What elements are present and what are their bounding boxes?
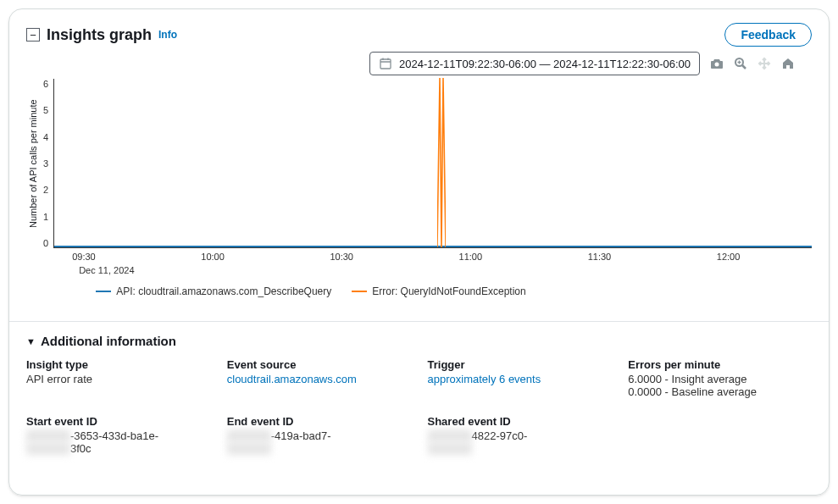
y-axis: 6 5 4 3 2 1 0 <box>43 79 53 248</box>
redacted-text: xxxxxxxx <box>26 429 70 442</box>
additional-info-title: Additional information <box>41 334 176 348</box>
legend-swatch-error <box>352 291 367 292</box>
chart-toolbar: 2024-12-11T09:22:30-06:00 — 2024-12-11T1… <box>26 52 812 75</box>
panel-header: − Insights graph Info Feedback <box>26 23 812 47</box>
time-range-text: 2024-12-11T09:22:30-06:00 — 2024-12-11T1… <box>399 58 691 70</box>
event-source-link[interactable]: cloudtrail.amazonaws.com <box>227 373 411 385</box>
calendar-icon <box>379 57 392 70</box>
svg-line-6 <box>742 65 746 69</box>
svg-point-4 <box>715 63 719 67</box>
field-end-event-id: End event ID xxxxxxxx-419a-bad7- xxxxxxx… <box>227 415 411 455</box>
field-insight-type: Insight type API error rate <box>26 358 210 398</box>
divider <box>9 321 829 322</box>
info-link[interactable]: Info <box>158 29 177 41</box>
svg-rect-0 <box>380 59 391 69</box>
x-axis: 09:30 10:00 10:30 11:00 11:30 12:00 <box>53 252 812 265</box>
additional-info-grid: Insight type API error rate Event source… <box>26 358 812 455</box>
field-event-source: Event source cloudtrail.amazonaws.com <box>227 358 411 398</box>
trigger-link[interactable]: approximately 6 events <box>428 373 612 385</box>
chart-legend: API: cloudtrail.amazonaws.com_DescribeQu… <box>53 285 812 297</box>
field-empty <box>628 415 812 455</box>
redacted-text: xxxxxxxx <box>428 429 472 442</box>
legend-item-api[interactable]: API: cloudtrail.amazonaws.com_DescribeQu… <box>96 285 331 297</box>
y-axis-label: Number of API calls per minute <box>26 79 40 248</box>
panel-title: Insights graph <box>47 26 152 44</box>
collapse-icon[interactable]: − <box>26 28 40 42</box>
home-icon[interactable] <box>781 57 795 70</box>
caret-down-icon: ▼ <box>26 336 36 346</box>
chart: Number of API calls per minute 6 5 4 3 2… <box>26 79 812 307</box>
redacted-text: xxxxxxxx <box>227 442 271 455</box>
redacted-text: xxxxxxxx <box>26 442 70 455</box>
x-axis-date: Dec 11, 2024 <box>79 265 812 275</box>
field-shared-event-id: Shared event ID xxxxxxxx4822-97c0- xxxxx… <box>428 415 612 455</box>
legend-swatch-api <box>96 291 111 292</box>
field-trigger: Trigger approximately 6 events <box>428 358 612 398</box>
series-error-spike <box>437 78 446 247</box>
field-errors-per-minute: Errors per minute 6.0000 - Insight avera… <box>628 358 812 398</box>
series-api-line <box>54 246 812 247</box>
redacted-text: xxxxxxxx <box>227 429 271 442</box>
feedback-button[interactable]: Feedback <box>724 23 812 47</box>
plot-area[interactable] <box>53 79 812 248</box>
field-start-event-id: Start event ID xxxxxxxx-3653-433d-ba1e- … <box>26 415 210 455</box>
additional-info-header[interactable]: ▼ Additional information <box>26 334 812 348</box>
legend-item-error[interactable]: Error: QueryIdNotFoundException <box>352 285 525 297</box>
redacted-text: xxxxxxxx <box>428 442 472 455</box>
pan-icon <box>758 57 771 70</box>
time-range-picker[interactable]: 2024-12-11T09:22:30-06:00 — 2024-12-11T1… <box>369 52 700 75</box>
insights-panel: − Insights graph Info Feedback 2024-12-1… <box>8 8 830 496</box>
camera-icon[interactable] <box>710 57 724 70</box>
zoom-icon[interactable] <box>734 57 747 70</box>
